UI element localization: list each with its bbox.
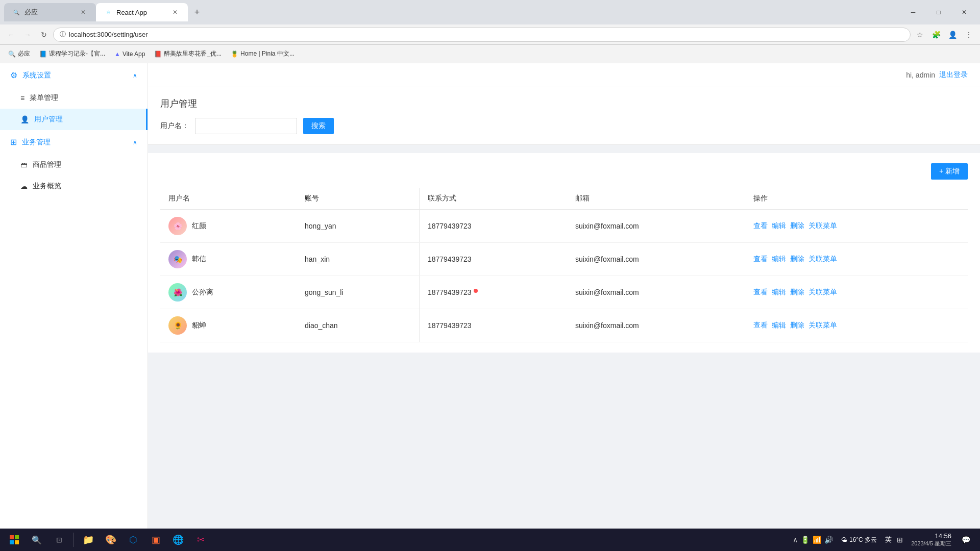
cell-account: gong_sun_li (297, 276, 419, 309)
delete-link[interactable]: 删除 (790, 288, 804, 297)
table-section: + 新增 用户名 账号 联系方式 邮箱 操作 🌸 (148, 153, 980, 353)
tab-baiying[interactable]: 🔍 必应 ✕ (4, 3, 96, 21)
view-link[interactable]: 查看 (753, 288, 768, 297)
col-username: 用户名 (160, 188, 297, 210)
col-email: 邮箱 (567, 188, 745, 210)
delete-link[interactable]: 删除 (790, 321, 804, 330)
sidebar-section-business-label: 业务管理 (22, 138, 51, 147)
bookmark-2[interactable]: 📘 课程学习记录-【官... (35, 47, 109, 60)
cell-actions: 查看 编辑 删除 关联菜单 (745, 309, 968, 342)
sidebar-section-business[interactable]: ⊞ 业务管理 ∧ (0, 130, 148, 154)
search-bar: 用户名： 搜索 (160, 118, 968, 134)
bookmark-4[interactable]: 📕 醉美故里枣花香_优... (150, 47, 226, 60)
user-cell: 🌺 公孙离 (168, 283, 288, 302)
address-text: localhost:3000/setting/user (69, 31, 148, 38)
menu-button[interactable]: ⋮ (962, 28, 976, 42)
main-content: hi, admin 退出登录 用户管理 用户名： 搜索 + 新增 (148, 63, 980, 529)
bookmark-icon-4: 📕 (154, 51, 162, 58)
view-link[interactable]: 查看 (753, 255, 768, 264)
edit-link[interactable]: 编辑 (772, 321, 786, 330)
action-links: 查看 编辑 删除 关联菜单 (753, 288, 960, 297)
close-button[interactable]: ✕ (952, 4, 976, 20)
username-text: 红颜 (192, 221, 206, 231)
action-links: 查看 编辑 删除 关联菜单 (753, 255, 960, 264)
logout-button[interactable]: 退出登录 (939, 70, 968, 80)
action-links: 查看 编辑 删除 关联菜单 (753, 221, 960, 231)
extensions-button[interactable]: 🧩 (929, 28, 943, 42)
delete-link[interactable]: 删除 (790, 255, 804, 264)
bookmark-label-5: Home | Pinia 中文... (240, 49, 295, 58)
title-bar: 🔍 必应 ✕ ⚛ React App ✕ + ─ □ ✕ (0, 0, 980, 24)
favorites-button[interactable]: ☆ (913, 28, 927, 42)
search-section: 用户管理 用户名： 搜索 (148, 87, 980, 145)
forward-button[interactable]: → (20, 28, 35, 42)
associate-menu-link[interactable]: 关联菜单 (808, 321, 837, 330)
bookmark-icon-1: 🔍 (8, 51, 16, 58)
search-label: 用户名： (160, 121, 189, 131)
back-button[interactable]: ← (4, 28, 18, 42)
new-tab-button[interactable]: + (190, 5, 204, 19)
minimize-button[interactable]: ─ (901, 4, 925, 20)
cell-phone: 18779439723 (419, 210, 567, 243)
cell-account: hong_yan (297, 210, 419, 243)
search-input[interactable] (195, 118, 297, 134)
tab-close-1[interactable]: ✕ (79, 8, 88, 17)
avatar: 🌺 (168, 283, 187, 302)
cell-actions: 查看 编辑 删除 关联菜单 (745, 210, 968, 243)
cell-email: suixin@foxmail.com (567, 210, 745, 243)
cell-account: han_xin (297, 243, 419, 276)
sidebar-item-menu-mgmt[interactable]: ≡ 菜单管理 (0, 87, 148, 109)
bookmark-label-1: 必应 (18, 49, 30, 58)
sidebar-section-system[interactable]: ⚙ 系统设置 ∧ (0, 63, 148, 87)
sidebar-item-business-overview[interactable]: ☁ 业务概览 (0, 176, 148, 197)
edit-link[interactable]: 编辑 (772, 288, 786, 297)
user-icon: 👤 (20, 115, 29, 123)
refresh-button[interactable]: ↻ (37, 28, 51, 42)
page-title: 用户管理 (160, 97, 968, 110)
cell-phone: 18779439723 (419, 276, 567, 309)
associate-menu-link[interactable]: 关联菜单 (808, 221, 837, 231)
col-phone: 联系方式 (419, 188, 567, 210)
user-table: 用户名 账号 联系方式 邮箱 操作 🌸 红颜 hong_yan187794397… (160, 188, 968, 342)
sidebar-item-user-mgmt-label: 用户管理 (34, 115, 63, 124)
sidebar-item-user-mgmt[interactable]: 👤 用户管理 (0, 109, 148, 130)
table-row: 🌸 红颜 hong_yan18779439723suixin@foxmail.c… (160, 210, 968, 243)
edit-link[interactable]: 编辑 (772, 221, 786, 231)
bookmark-3[interactable]: ▲ Vite App (110, 48, 149, 60)
sidebar: ⚙ 系统设置 ∧ ≡ 菜单管理 👤 用户管理 ⊞ 业务管理 ∧ 🗃 商品管理 (0, 63, 148, 529)
delete-link[interactable]: 删除 (790, 221, 804, 231)
greeting-text: hi, admin (906, 71, 935, 79)
bookmark-1[interactable]: 🔍 必应 (4, 47, 34, 60)
search-button[interactable]: 搜索 (303, 118, 334, 134)
cell-actions: 查看 编辑 删除 关联菜单 (745, 276, 968, 309)
cell-email: suixin@foxmail.com (567, 309, 745, 342)
associate-menu-link[interactable]: 关联菜单 (808, 255, 837, 264)
cell-username: 🌸 红颜 (160, 210, 297, 243)
associate-menu-link[interactable]: 关联菜单 (808, 288, 837, 297)
tab-react-app[interactable]: ⚛ React App ✕ (96, 3, 188, 21)
sidebar-item-menu-mgmt-label: 菜单管理 (30, 93, 58, 103)
main-header: hi, admin 退出登录 (148, 63, 980, 87)
tab-close-2[interactable]: ✕ (170, 8, 180, 17)
profile-button[interactable]: 👤 (945, 28, 960, 42)
username-text: 公孙离 (192, 288, 213, 297)
bookmark-label-2: 课程学习记录-【官... (49, 49, 105, 58)
window-controls: ─ □ ✕ (901, 4, 976, 20)
bookmark-5[interactable]: 🍍 Home | Pinia 中文... (227, 47, 299, 60)
bookmark-icon-3: ▲ (114, 51, 120, 58)
edit-link[interactable]: 编辑 (772, 255, 786, 264)
sidebar-item-product-mgmt[interactable]: 🗃 商品管理 (0, 154, 148, 176)
add-button[interactable]: + 新增 (931, 163, 968, 180)
action-links: 查看 编辑 删除 关联菜单 (753, 321, 960, 330)
maximize-button[interactable]: □ (927, 4, 950, 20)
view-link[interactable]: 查看 (753, 221, 768, 231)
bookmark-label-4: 醉美故里枣花香_优... (164, 49, 222, 58)
bookmarks-bar: 🔍 必应 📘 课程学习记录-【官... ▲ Vite App 📕 醉美故里枣花香… (0, 45, 980, 63)
sidebar-item-product-mgmt-label: 商品管理 (33, 160, 61, 169)
sidebar-section-system-label: 系统设置 (22, 71, 51, 80)
bookmark-icon-5: 🍍 (231, 51, 238, 58)
view-link[interactable]: 查看 (753, 321, 768, 330)
cell-phone: 18779439723 (419, 309, 567, 342)
grid-icon: ⊞ (10, 137, 17, 147)
address-bar[interactable]: ⓘ localhost:3000/setting/user (53, 28, 911, 42)
